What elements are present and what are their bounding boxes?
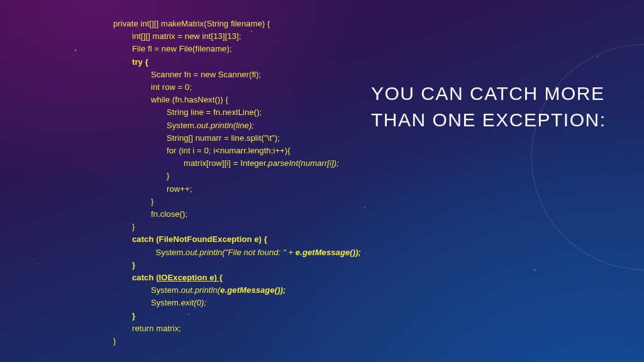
code-italic: out.println("File not found: " + [186, 248, 296, 257]
code-line: row++; [167, 184, 192, 194]
title-column: YOU CAN CATCH MORE THAN ONE EXCEPTION: [365, 0, 644, 362]
code-line: private int[][] makeMatrix(String filena… [113, 19, 270, 28]
slide-title: YOU CAN CATCH MORE THAN ONE EXCEPTION: [371, 80, 625, 133]
code-line: catch ( [132, 273, 159, 282]
code-line: try { [132, 57, 148, 67]
code-line: int row = 0; [151, 82, 192, 92]
code-line: } [151, 197, 153, 206]
code-line: matrix[row][i] = Integer. [184, 158, 268, 168]
code-line: Scanner fn = new Scanner(fl); [151, 70, 261, 79]
code-italic: exit(0); [181, 298, 207, 307]
code-line: String line = fn.nextLine(); [167, 107, 262, 117]
code-italic: out.println( [181, 285, 221, 295]
code-line: int[][] matrix = new int[13][13]; [132, 31, 241, 41]
code-line: } [132, 260, 135, 270]
code-italic: parseInt(numarr[i]); [268, 158, 339, 168]
code-column: private int[][] makeMatrix(String filena… [0, 0, 365, 362]
slide: private int[][] makeMatrix(String filena… [0, 0, 644, 362]
code-line: fn.close(); [151, 209, 187, 219]
code-line: for (int i = 0; i<numarr.length;i++){ [167, 146, 291, 155]
code-line: System. [167, 121, 197, 130]
code-line: } [113, 336, 116, 346]
code-line: File fl = new File(filename); [132, 44, 232, 53]
code-italic: out.println(line); [197, 121, 254, 130]
code-line: } [132, 311, 135, 321]
code-bold-italic: e.getMessage()); [296, 248, 361, 257]
code-line: return matrix; [132, 324, 181, 333]
code-line: System. [151, 248, 186, 257]
code-line: while (fn.hasNext()) { [151, 95, 228, 104]
code-line: System. [151, 285, 181, 295]
code-line: String[] numarr = line.split("\t"); [167, 133, 280, 143]
code-underline: IOException e) { [159, 273, 223, 282]
code-bold-italic: e.getMessage()); [220, 285, 286, 295]
code-line: catch (FileNotFoundException e) { [132, 234, 267, 244]
code-line: } [167, 171, 169, 180]
code-line: } [132, 222, 135, 231]
code-block: private int[][] makeMatrix(String filena… [0, 18, 365, 348]
code-line: System. [151, 298, 181, 307]
